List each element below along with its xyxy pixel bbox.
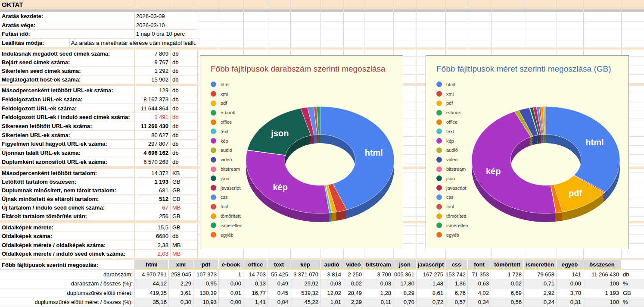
column-header-pdf: pdf [193, 260, 219, 270]
column-header-html: html [135, 260, 169, 270]
unit-cell: db [621, 270, 644, 279]
filetype-table-row: darabszám / összes (%):44,122,290,950,00… [0, 279, 644, 289]
grid-hline [198, 39, 644, 39]
column-header-összesen: összesen [583, 260, 621, 270]
value-cell: 1,41 [243, 298, 268, 307]
stat-unit: db [170, 58, 198, 66]
stat-value: 67 [135, 204, 170, 212]
slice-label-html: html [365, 148, 383, 157]
column-header-egyéb: egyéb [557, 260, 583, 270]
value-cell: 6,69 [491, 288, 524, 298]
value-cell: 11 266 430 [583, 270, 621, 279]
stat-row: Duplumként azonosított URL-ek száma:6 57… [0, 157, 198, 166]
slice-label-kép: kép [486, 166, 501, 176]
value-cell: 0,02 [343, 279, 364, 288]
value-cell: 3 700 [364, 270, 393, 279]
filetype-distribution-table: Főbb fájltípusok szerinti megoszlás:html… [0, 260, 644, 307]
value-cell: 4 970 791 [135, 270, 169, 279]
filetype-table-row: duplumszűrés előtti méret / összes (%):3… [0, 298, 644, 307]
chart-panel-count-distribution: Főbb fájltípusok darabszám szerinti mego… [200, 55, 403, 249]
stat-label: Leállítás módja: [0, 39, 70, 47]
stat-value: 129 [135, 86, 170, 95]
value-cell: 45,22 [290, 298, 320, 307]
value-cell: 0,03 [364, 279, 393, 288]
stat-label: Sikeresen letöltött URL-ek száma: [0, 122, 135, 131]
grid-hline [198, 30, 644, 30]
column-header-json: json [393, 260, 417, 270]
stat-row: Újonnan talált URL-ek száma:4 696 162db [0, 149, 198, 158]
stat-unit: GB [170, 195, 198, 203]
stat-value: 1 292 [135, 67, 170, 75]
column-header-unit [621, 260, 644, 270]
value-cell: 2 250 [343, 270, 364, 279]
stat-unit: db [170, 113, 198, 122]
value-cell: 2,39 [343, 298, 364, 307]
pie-slice-kép[interactable] [246, 150, 330, 213]
stat-value: 1 nap 0 óra 10 perc [135, 30, 198, 38]
slice-label-kép: kép [273, 182, 287, 192]
stat-row: Új tartalom / induló seed címek száma:67… [0, 204, 198, 212]
chart-panel-size-distribution: Főbb fájltípusok méret szerinti megoszlá… [426, 55, 629, 249]
value-cell: 1,28 [364, 288, 393, 298]
stat-value: 11 266 430 [135, 122, 170, 131]
stat-value: 9 767 [135, 58, 170, 66]
value-cell: 17,80 [393, 279, 417, 288]
stat-label: Új tartalom / induló seed címek száma: [0, 204, 135, 212]
stat-row: Eltárolt tartalom tömörítés után:256GB [0, 212, 198, 221]
stat-unit: KB [170, 169, 198, 177]
stat-value: 1 193 [135, 178, 170, 186]
value-cell: 0,00 [219, 279, 243, 288]
value-cell: 55 425 [268, 270, 290, 279]
stat-value: 512 [135, 195, 170, 203]
column-header-bitstream: bitstream [364, 260, 393, 270]
stat-label: Aratás vége: [0, 21, 135, 30]
value-cell: 0,56 [491, 298, 524, 307]
stat-row: Újnak minősített és eltárolt tartalom:51… [0, 195, 198, 204]
column-header-javascript: javascript [417, 260, 445, 270]
filetype-table-row: darabszám:4 970 791258 045107 373114 703… [0, 270, 644, 279]
filetype-table-row: duplumszűrés előtti méret:419,353,61130,… [0, 288, 644, 298]
value-cell: 0,95 [193, 279, 219, 288]
value-cell: 0,63 [468, 279, 491, 288]
value-cell: 0,70 [393, 298, 417, 307]
value-cell: 35,16 [135, 298, 169, 307]
slice-label-pdf: pdf [569, 188, 582, 198]
value-cell: 3 371 070 [290, 270, 320, 279]
value-cell: 3,70 [557, 288, 583, 298]
stat-label: Sikertelen seed címek száma: [0, 67, 135, 75]
stat-row: Indulásnak megadott seed címek száma:7 8… [0, 50, 198, 58]
value-cell: 29,92 [290, 279, 320, 288]
pie-slice-html[interactable] [546, 107, 620, 192]
value-cell: 0,13 [243, 279, 268, 288]
value-cell: 0,71 [524, 279, 557, 288]
stat-label: Eltárolt tartalom tömörítés után: [0, 212, 135, 220]
stat-label: Oldalképek mérete / induló seed címek sz… [0, 250, 135, 258]
value-cell: 1 193 [583, 288, 621, 298]
value-cell: 12,02 [320, 288, 343, 298]
stat-label: Sikertelen URL-ek száma: [0, 131, 135, 139]
stat-row: Oldalképek mérete / induló seed címek sz… [0, 250, 198, 258]
value-cell: 0,30 [169, 298, 193, 307]
stat-value: 2,03 [135, 250, 170, 258]
stat-unit: GB [170, 212, 198, 220]
column-header-ismeretlen: ismeretlen [524, 260, 557, 270]
stat-value: 2026-03-09 [135, 12, 198, 21]
stat-label: Másodpercenként letöltött tartalom: [0, 169, 135, 177]
stat-row: Futási idő:1 nap 0 óra 10 perc [0, 30, 198, 39]
value-cell: 0,00 [219, 298, 243, 307]
stat-unit: db [170, 67, 198, 75]
stat-label: Aratás kezdete: [0, 12, 135, 21]
stat-label: Futási idő: [0, 30, 135, 38]
value-cell: 107 373 [193, 270, 219, 279]
stat-row: Sikertelen seed címek száma:1 292db [0, 67, 198, 75]
value-cell: 2,92 [524, 288, 557, 298]
stat-label: Duplumnak minősített, nem tárolt tartalo… [0, 186, 135, 194]
value-cell: 10,93 [193, 298, 219, 307]
stats-group: Indulásnak megadott seed címek száma:7 8… [0, 50, 198, 84]
stat-label: Feldolgozatlan URL-ek száma: [0, 95, 135, 104]
stat-unit: db [170, 131, 198, 139]
row-label: duplumszűrés előtti méret / összes (%): [0, 298, 135, 307]
value-cell: 0,24 [524, 298, 557, 307]
grid-hline [198, 21, 644, 22]
grid-hline [198, 252, 644, 252]
